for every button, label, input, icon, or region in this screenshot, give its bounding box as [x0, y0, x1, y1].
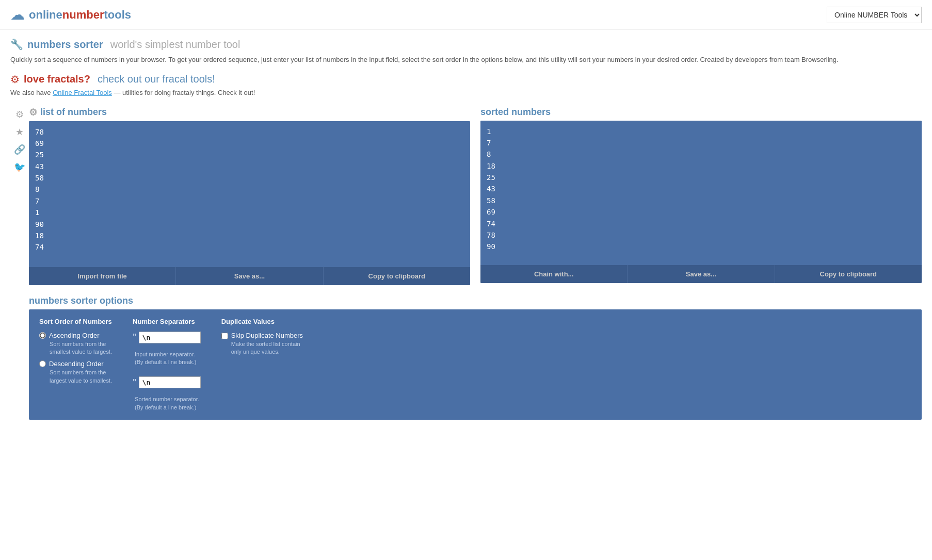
input-gear-icon: ⚙ — [29, 107, 37, 118]
output-panel-box: 1 7 8 18 25 43 58 69 74 78 90 Chain with… — [480, 121, 922, 283]
output-separator-field[interactable] — [139, 376, 201, 388]
input-sep-desc: Input number separator. (By default a li… — [135, 351, 201, 367]
star-icon[interactable]: ★ — [15, 126, 24, 138]
input-sep-quote: " — [133, 333, 137, 342]
input-panel-box: 78 69 25 43 58 8 7 1 90 18 74 Import fro… — [29, 121, 470, 285]
input-separator-field[interactable] — [139, 332, 201, 343]
promo-desc-prefix: We also have — [10, 89, 53, 96]
ascending-radio[interactable] — [39, 332, 46, 339]
panels-wrapper: ⚙ list of numbers 78 69 25 43 58 8 7 1 9… — [29, 107, 922, 420]
wrench-icon: 🔧 — [10, 38, 23, 51]
output-panel-label: sorted numbers — [480, 107, 922, 118]
duplicates-title: Duplicate Values — [221, 318, 303, 325]
promo-subtitle: check out our fracal tools! — [98, 73, 215, 85]
promo-icon: ⚙ — [10, 73, 20, 86]
separators-title: Number Separators — [133, 318, 201, 325]
ascending-option: Ascending Order Sort numbers from the sm… — [39, 332, 112, 356]
output-panel-footer: Chain with... Save as... Copy to clipboa… — [480, 265, 922, 283]
dup-col: Skip Duplicate Numbers Make the sorted l… — [231, 332, 303, 356]
logo-text: onlinenumbertools — [29, 8, 131, 22]
sort-order-group: Sort Order of Numbers Ascending Order So… — [39, 318, 112, 412]
twitter-icon[interactable]: 🐦 — [14, 161, 25, 173]
output-sep-quote: " — [133, 378, 137, 387]
output-label-text: sorted numbers — [480, 107, 551, 118]
options-box: Sort Order of Numbers Ascending Order So… — [29, 309, 922, 420]
duplicates-group: Duplicate Values Skip Duplicate Numbers … — [221, 318, 303, 412]
descending-text: Descending Order — [49, 360, 104, 368]
input-save-as-button[interactable]: Save as... — [176, 267, 323, 285]
tool-subtitle: world's simplest number tool — [110, 39, 240, 51]
link-icon[interactable]: 🔗 — [14, 144, 25, 155]
promo-desc: We also have Online Fractal Tools — util… — [10, 89, 922, 96]
skip-duplicates-desc: Make the sorted list contain only unique… — [231, 340, 303, 356]
sidebar: ⚙ ★ 🔗 🐦 — [10, 107, 29, 420]
ascending-desc: Sort numbers from the smallest value to … — [50, 340, 112, 356]
sort-order-title: Sort Order of Numbers — [39, 318, 112, 325]
options-title: numbers sorter options — [29, 295, 922, 306]
promo-box: ⚙ love fractals? check out our fracal to… — [10, 73, 922, 96]
input-panel-footer: Import from file Save as... Copy to clip… — [29, 267, 470, 285]
tool-title: numbers sorter — [27, 39, 103, 51]
descending-label[interactable]: Descending Order — [39, 360, 112, 368]
skip-duplicates-checkbox[interactable] — [221, 333, 228, 339]
tool-title-row: 🔧 numbers sorter world's simplest number… — [10, 38, 922, 51]
separators-group: Number Separators " Input number separat… — [133, 318, 201, 412]
logo-prefix: online — [29, 8, 62, 21]
ascending-label[interactable]: Ascending Order — [39, 332, 112, 339]
import-from-file-button[interactable]: Import from file — [29, 267, 176, 285]
promo-link[interactable]: Online Fractal Tools — [53, 89, 112, 96]
input-panel: ⚙ list of numbers 78 69 25 43 58 8 7 1 9… — [29, 107, 470, 285]
number-input[interactable]: 78 69 25 43 58 8 7 1 90 18 74 — [29, 121, 470, 266]
logo-number: number — [62, 8, 104, 21]
logo-suffix: tools — [104, 8, 131, 21]
main-content: 🔧 numbers sorter world's simplest number… — [0, 30, 932, 428]
ascending-text: Ascending Order — [49, 332, 100, 339]
output-copy-button[interactable]: Copy to clipboard — [775, 265, 922, 283]
descending-option: Descending Order Sort numbers from the l… — [39, 360, 112, 385]
content-area: ⚙ ★ 🔗 🐦 ⚙ list of numbers 78 69 25 43 58… — [10, 107, 922, 420]
tool-description: Quickly sort a sequence of numbers in yo… — [10, 55, 922, 65]
promo-desc-suffix: — utilities for doing fractaly things. C… — [112, 89, 255, 96]
logo-area: ☁ onlinenumbertools — [10, 6, 131, 23]
skip-duplicates-label: Skip Duplicate Numbers — [231, 332, 303, 339]
input-label-text: list of numbers — [40, 107, 107, 118]
descending-desc: Sort numbers from the largest value to s… — [50, 369, 112, 385]
output-panel: sorted numbers 1 7 8 18 25 43 58 69 74 7… — [480, 107, 922, 285]
input-copy-button[interactable]: Copy to clipboard — [324, 267, 470, 285]
settings-icon[interactable]: ⚙ — [15, 109, 24, 120]
output-sep-desc: Sorted number separator. (By default a l… — [135, 396, 201, 411]
descending-radio[interactable] — [39, 360, 46, 367]
site-selector[interactable]: Online NUMBER Tools — [827, 7, 922, 23]
panels-row: ⚙ list of numbers 78 69 25 43 58 8 7 1 9… — [29, 107, 922, 285]
chain-with-button[interactable]: Chain with... — [480, 265, 628, 283]
input-panel-label: ⚙ list of numbers — [29, 107, 470, 118]
input-sep-row: " — [133, 332, 201, 343]
logo-icon: ☁ — [10, 6, 25, 23]
sorted-output: 1 7 8 18 25 43 58 69 74 78 90 — [480, 121, 922, 265]
header: ☁ onlinenumbertools Online NUMBER Tools — [0, 0, 932, 30]
promo-title-row: ⚙ love fractals? check out our fracal to… — [10, 73, 922, 86]
output-sep-row: " — [133, 376, 201, 388]
output-save-as-button[interactable]: Save as... — [628, 265, 775, 283]
skip-duplicates-row: Skip Duplicate Numbers Make the sorted l… — [221, 332, 303, 356]
options-section: numbers sorter options Sort Order of Num… — [29, 295, 922, 420]
promo-title: love fractals? — [24, 73, 90, 85]
